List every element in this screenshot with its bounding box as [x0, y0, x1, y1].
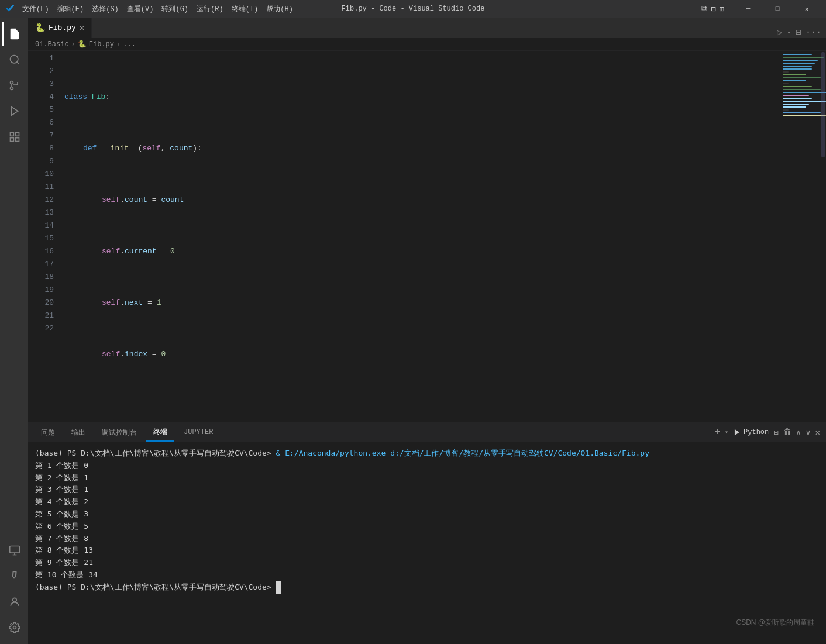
svg-marker-17: [735, 429, 739, 436]
close-button[interactable]: ✕: [793, 0, 820, 18]
code-line-7: [58, 400, 779, 412]
breadcrumb-folder[interactable]: 01.Basic: [35, 40, 69, 49]
svg-point-15: [13, 598, 17, 602]
window-controls: ─ □ ✕: [735, 0, 820, 18]
terminal-prompt: (base) PS D:\文档\工作\博客\教程\从零手写自动驾驶CV\Code…: [35, 581, 819, 594]
terminal-output-5: 第 5 个数是 3: [35, 508, 819, 521]
menu-bar[interactable]: 文件(F) 编辑(E) 选择(S) 查看(V) 转到(G) 运行(R) 终端(T…: [22, 4, 293, 14]
panel-tab-terminal[interactable]: 终端: [146, 423, 174, 442]
tab-label: Fib.py: [49, 23, 76, 32]
extensions-icon[interactable]: [2, 125, 26, 149]
menu-file[interactable]: 文件(F): [22, 4, 49, 14]
panel-tab-problems[interactable]: 问题: [34, 424, 62, 441]
editor-area: 🐍 Fib.py ✕ ▷ ▾ ⊟ ··· 01.Basic › 🐍 Fib.py…: [28, 18, 826, 644]
menu-terminal[interactable]: 终端(T): [232, 4, 259, 14]
svg-point-3: [11, 87, 13, 90]
svg-point-0: [11, 56, 18, 63]
delete-terminal-icon[interactable]: 🗑: [783, 428, 791, 437]
menu-run[interactable]: 运行(R): [197, 4, 223, 14]
breadcrumb: 01.Basic › 🐍 Fib.py › ...: [28, 38, 826, 51]
tab-bar: 🐍 Fib.py ✕ ▷ ▾ ⊟ ···: [28, 18, 826, 38]
terminal-output-4: 第 4 个数是 2: [35, 496, 819, 508]
svg-marker-5: [11, 107, 18, 116]
terminal-output-10: 第 10 个数是 34: [35, 569, 819, 581]
terminal-output-7: 第 7 个数是 8: [35, 533, 819, 545]
terminal-output-2: 第 2 个数是 1: [35, 472, 819, 484]
terminal-panel: 问题 输出 调试控制台 终端 JUPYTER + ▾ Python ⊟ 🗑 ∧ …: [28, 422, 826, 644]
menu-select[interactable]: 选择(S): [92, 4, 119, 14]
panel-tab-debug[interactable]: 调试控制台: [95, 424, 144, 441]
code-line-3: self.count = count: [58, 194, 779, 206]
beaker-icon[interactable]: [2, 564, 26, 588]
run-more-icon[interactable]: ▾: [787, 29, 791, 36]
code-line-5: self.next = 1: [58, 297, 779, 309]
panel-tab-output[interactable]: 输出: [64, 424, 92, 441]
code-line-2: def __init__(self, count):: [58, 142, 779, 155]
menu-edit[interactable]: 编辑(E): [57, 4, 84, 14]
panel-tab-actions: + ▾ Python ⊟ 🗑 ∧ ∨ ✕: [714, 427, 820, 438]
new-terminal-icon[interactable]: +: [714, 427, 720, 438]
main-layout: 🐍 Fib.py ✕ ▷ ▾ ⊟ ··· 01.Basic › 🐍 Fib.py…: [0, 18, 826, 644]
terminal-line-cmd: (base) PS D:\文档\工作\博客\教程\从零手写自动驾驶CV\Code…: [35, 447, 819, 460]
svg-rect-9: [16, 138, 19, 142]
split-terminal-icon[interactable]: ⊟: [773, 428, 778, 438]
tab-close-button[interactable]: ✕: [80, 23, 84, 33]
maximize-panel-icon[interactable]: ∧: [796, 428, 801, 438]
search-icon[interactable]: [2, 48, 26, 71]
terminal-output-3: 第 3 个数是 1: [35, 484, 819, 496]
minimap: [779, 51, 826, 422]
title-bar-right: ⧉ ⊟ ⊞ ─ □ ✕: [701, 0, 820, 18]
more-actions-icon[interactable]: ···: [806, 27, 821, 37]
split-icon[interactable]: ⊟: [711, 4, 715, 14]
settings-icon[interactable]: [2, 616, 26, 639]
watermark: CSDN @爱听歌的周童鞋: [736, 618, 814, 628]
code-content[interactable]: class Fib: def __init__(self, count): se…: [58, 51, 779, 422]
svg-rect-7: [16, 133, 19, 136]
tab-fib-py[interactable]: 🐍 Fib.py ✕: [28, 18, 92, 38]
svg-rect-8: [11, 138, 14, 142]
title-bar-left: 文件(F) 编辑(E) 选择(S) 查看(V) 转到(G) 运行(R) 终端(T…: [6, 4, 293, 14]
maximize-button[interactable]: □: [764, 0, 791, 18]
menu-goto[interactable]: 转到(G): [161, 4, 188, 14]
split-editor-icon[interactable]: ⊟: [796, 27, 801, 38]
code-line-1: class Fib:: [58, 91, 779, 104]
terminal-output-6: 第 6 个数是 5: [35, 521, 819, 533]
remote-icon[interactable]: [2, 539, 26, 562]
run-debug-icon[interactable]: [2, 99, 26, 123]
python-label: Python: [733, 428, 769, 436]
breadcrumb-symbol[interactable]: ...: [123, 40, 136, 49]
terminal-dropdown-icon[interactable]: ▾: [725, 429, 728, 436]
minimize-panel-icon[interactable]: ∨: [806, 428, 810, 438]
terminal-content[interactable]: (base) PS D:\文档\工作\博客\教程\从零手写自动驾驶CV\Code…: [28, 443, 826, 644]
panel-tabs: 问题 输出 调试控制台 终端 JUPYTER + ▾ Python ⊟ 🗑 ∧ …: [28, 422, 826, 443]
minimize-button[interactable]: ─: [735, 0, 762, 18]
svg-point-2: [11, 81, 13, 84]
line-numbers: 12345 678910 1112131415 1617181920 2122: [28, 51, 58, 422]
svg-point-16: [13, 626, 16, 629]
code-line-6: self.index = 0: [58, 348, 779, 361]
run-icon: [733, 428, 741, 436]
terminal-output-9: 第 9 个数是 21: [35, 557, 819, 569]
breadcrumb-file-icon: 🐍: [78, 40, 87, 49]
panel-tab-jupyter[interactable]: JUPYTER: [177, 425, 220, 440]
source-control-icon[interactable]: [2, 74, 26, 97]
code-editor: 12345 678910 1112131415 1617181920 2122 …: [28, 51, 826, 422]
window-title: Fib.py - Code - Visual Studio Code: [342, 5, 485, 13]
account-icon[interactable]: [2, 590, 26, 614]
terminal-output-1: 第 1 个数是 0: [35, 460, 819, 472]
run-icon[interactable]: ▷: [777, 27, 782, 38]
vscode-logo-icon: [6, 4, 15, 13]
terminal-output-8: 第 8 个数是 13: [35, 545, 819, 557]
activity-bar-bottom: [2, 539, 26, 644]
svg-rect-10: [10, 546, 20, 553]
grid-icon[interactable]: ⊞: [720, 4, 724, 14]
breadcrumb-file[interactable]: Fib.py: [89, 40, 114, 49]
layout-icon[interactable]: ⧉: [701, 4, 707, 14]
menu-view[interactable]: 查看(V): [127, 4, 154, 14]
menu-help[interactable]: 帮助(H): [266, 4, 293, 14]
explorer-icon[interactable]: [2, 22, 26, 46]
svg-line-1: [17, 62, 19, 64]
title-bar: 文件(F) 编辑(E) 选择(S) 查看(V) 转到(G) 运行(R) 终端(T…: [0, 0, 826, 18]
close-panel-icon[interactable]: ✕: [815, 428, 820, 438]
activity-bar: [0, 18, 28, 644]
